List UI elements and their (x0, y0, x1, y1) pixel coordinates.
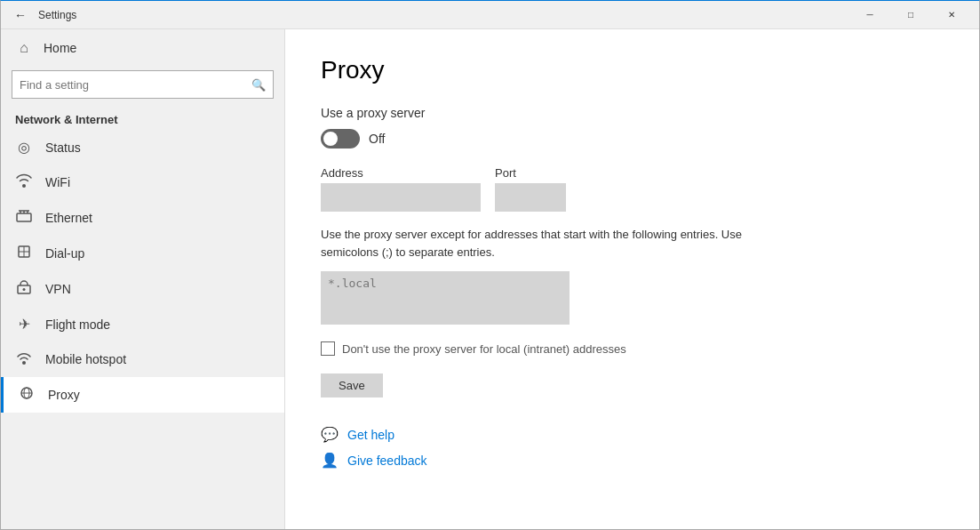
use-proxy-label: Use a proxy server (321, 106, 944, 120)
proxy-toggle-row: Off (321, 129, 944, 149)
local-bypass-checkbox[interactable] (321, 341, 335, 356)
get-help-icon: 💬 (321, 426, 339, 443)
give-feedback-icon: 👤 (321, 452, 339, 469)
vpn-icon (15, 280, 33, 298)
sidebar-item-mobilehotspot[interactable]: Mobile hotspot (1, 341, 284, 377)
flight-icon: ✈ (15, 316, 33, 333)
svg-rect-0 (17, 213, 31, 221)
get-help-row[interactable]: 💬 Get help (321, 426, 944, 443)
sidebar-item-vpn-label: VPN (45, 282, 71, 296)
sidebar-item-mobilehotspot-label: Mobile hotspot (45, 352, 126, 366)
sidebar-item-wifi[interactable]: WiFi (1, 165, 284, 200)
sidebar-item-vpn[interactable]: VPN (1, 271, 284, 307)
sidebar-item-ethernet[interactable]: Ethernet (1, 200, 284, 236)
titlebar: ← Settings ─ □ ✕ (1, 1, 979, 29)
svg-point-10 (22, 361, 26, 365)
sidebar: ⌂ Home 🔍 Network & Internet ◎ Status (1, 29, 285, 529)
sidebar-item-wifi-label: WiFi (45, 175, 70, 189)
address-input[interactable] (321, 183, 481, 212)
minimize-button[interactable]: ─ (849, 1, 890, 29)
toggle-state-label: Off (369, 132, 385, 146)
sidebar-item-ethernet-label: Ethernet (45, 211, 92, 225)
get-help-link[interactable]: Get help (347, 428, 394, 442)
save-button[interactable]: Save (321, 373, 383, 398)
wifi-icon (15, 173, 33, 191)
proxy-exception-note: Use the proxy server except for addresse… (321, 226, 765, 261)
give-feedback-row[interactable]: 👤 Give feedback (321, 452, 944, 469)
sidebar-item-flightmode-label: Flight mode (45, 317, 110, 332)
main-content: ⌂ Home 🔍 Network & Internet ◎ Status (1, 29, 979, 529)
main-panel: Proxy Use a proxy server Off Address Por… (285, 29, 979, 529)
status-icon: ◎ (15, 139, 33, 156)
address-port-row: Address Port (321, 166, 944, 212)
sidebar-item-flightmode[interactable]: ✈ Flight mode (1, 307, 284, 341)
svg-point-9 (23, 288, 26, 291)
page-title: Proxy (321, 56, 944, 84)
port-label: Port (495, 166, 566, 180)
exceptions-textarea[interactable] (321, 271, 570, 325)
give-feedback-link[interactable]: Give feedback (347, 454, 427, 468)
address-label: Address (321, 166, 481, 180)
sidebar-search-box[interactable]: 🔍 (12, 70, 274, 99)
sidebar-item-proxy[interactable]: Proxy (1, 377, 284, 413)
sidebar-item-dialup[interactable]: Dial-up (1, 236, 284, 271)
sidebar-home[interactable]: ⌂ Home (1, 29, 284, 67)
proxy-toggle[interactable] (321, 129, 360, 149)
ethernet-icon (15, 209, 33, 227)
sidebar-item-status[interactable]: ◎ Status (1, 130, 284, 165)
sidebar-section-title: Network & Internet (1, 106, 284, 130)
home-label: Home (44, 41, 76, 55)
sidebar-item-dialup-label: Dial-up (45, 246, 84, 261)
sidebar-item-status-label: Status (45, 141, 81, 155)
hotspot-icon (15, 350, 33, 368)
search-icon: 🔍 (251, 78, 266, 92)
local-bypass-label: Don't use the proxy server for local (in… (342, 342, 626, 356)
address-field-group: Address (321, 166, 481, 212)
port-field-group: Port (495, 166, 566, 212)
window-controls: ─ □ ✕ (849, 1, 972, 29)
sidebar-item-proxy-label: Proxy (48, 388, 80, 402)
port-input[interactable] (495, 183, 566, 212)
dialup-icon (15, 245, 33, 262)
local-bypass-checkbox-row: Don't use the proxy server for local (in… (321, 341, 944, 356)
maximize-button[interactable]: □ (890, 1, 931, 29)
proxy-icon (18, 386, 36, 404)
window-title: Settings (38, 9, 76, 21)
back-button[interactable]: ← (8, 3, 33, 28)
home-icon: ⌂ (15, 40, 33, 56)
close-button[interactable]: ✕ (931, 1, 972, 29)
settings-window: ← Settings ─ □ ✕ ⌂ Home 🔍 Network & Inte… (0, 0, 980, 530)
search-input[interactable] (20, 78, 251, 92)
